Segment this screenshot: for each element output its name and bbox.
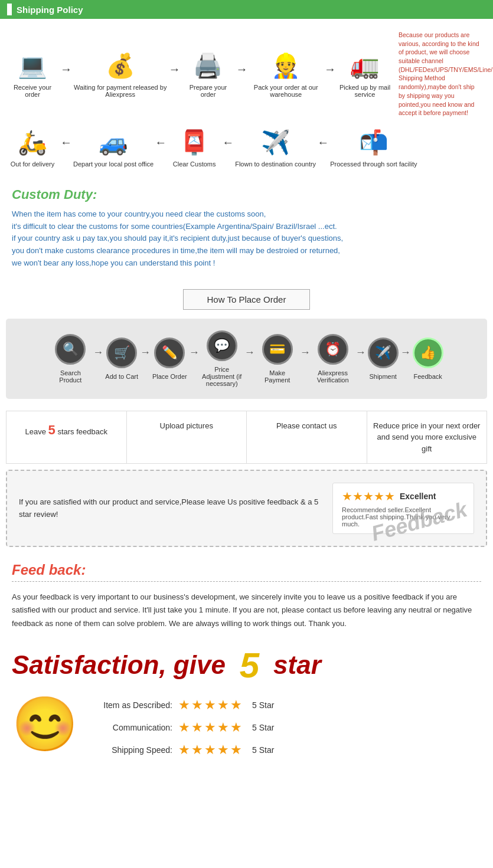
flow-arrow6: ← — [154, 136, 168, 149]
benefit-pictures-text: Upload pictures — [160, 421, 213, 430]
place-step-label: Place Order — [152, 373, 187, 380]
customs-icon: 📮 — [179, 126, 209, 159]
order-arrow6: → — [354, 346, 368, 359]
search-step-label: Search Product — [50, 369, 91, 384]
flow-arrow4: → — [323, 63, 337, 76]
shipping-label: Shipping Speed: — [90, 745, 172, 755]
described-value: 5 Star — [252, 700, 274, 710]
satisfaction-banner: Satisfaction, give 5 star — [0, 639, 493, 692]
communication-stars: ★★★★★ — [178, 720, 243, 735]
order-flow-section: 🔍 Search Product → 🛒 Add to Cart → ✏️ Pl… — [6, 319, 487, 399]
flow-arrow7: ← — [221, 136, 235, 149]
processed-icon: 📬 — [359, 126, 388, 159]
shipping-stars: ★★★★★ — [178, 742, 243, 758]
custom-duty-text: When the item has come to your country,y… — [12, 208, 481, 270]
feedback-circle: 👍 — [413, 338, 443, 368]
depart-icon: 🚙 — [99, 126, 128, 159]
search-circle: 🔍 — [55, 334, 86, 365]
flow-step-pack: 👷 Pack your order at our warehouse — [249, 50, 323, 98]
feedback-card-stars: ★★★★★ — [342, 489, 395, 503]
satisfaction-text1: Satisfaction, give — [12, 650, 226, 680]
feedback-divider — [12, 581, 481, 582]
cart-circle: 🛒 — [106, 338, 137, 368]
rating-row-communication: Communication: ★★★★★ 5 Star — [90, 720, 481, 735]
feedback-card-label: Excellent — [400, 492, 436, 501]
order-arrow3: → — [187, 346, 201, 359]
shipping-value: 5 Star — [252, 745, 274, 755]
benefit-reduce-text: Reduce price in your next order and send… — [373, 421, 480, 453]
order-arrow5: → — [298, 346, 312, 359]
benefit-stars: Leave 5 stars feedback — [6, 411, 127, 464]
feedback-section: Feed back: As your feedback is very impo… — [0, 553, 493, 638]
receive-icon: 💻 — [18, 50, 47, 82]
verification-circle: ⏰ — [318, 334, 348, 365]
flow-step-processed: 📬 Processed through sort facility — [330, 126, 417, 168]
shipment-circle: ✈️ — [368, 338, 399, 368]
delivery-label: Out for delivery — [11, 161, 55, 168]
flow-step-delivery: 🛵 Out for delivery — [6, 126, 59, 168]
flow-arrow1: → — [59, 63, 73, 76]
star-number: 5 — [48, 422, 55, 437]
flow-step-pickup: 🚛 Picked up by mail service — [337, 50, 393, 98]
communication-value: 5 Star — [252, 723, 274, 732]
order-step-payment: 💳 Make Payment — [257, 334, 298, 384]
benefit-pictures: Upload pictures — [127, 411, 247, 464]
described-label: Item as Described: — [90, 700, 172, 710]
flow-step-flown: ✈️ Flown to destination country — [235, 126, 316, 168]
shipping-side-note: Because our products are various, accord… — [393, 28, 487, 120]
cart-step-label: Add to Cart — [105, 373, 138, 380]
processed-label: Processed through sort facility — [330, 161, 417, 168]
order-step-cart: 🛒 Add to Cart — [105, 338, 138, 380]
verification-step-label: Aliexpress Verification — [312, 369, 354, 384]
shipping-policy-title: Shipping Policy — [17, 5, 83, 15]
price-step-label: Price Adjustment (if necessary) — [201, 366, 243, 387]
flow-step-customs: 📮 Clear Customs — [168, 126, 221, 168]
flow-step-waiting: 💰 Waiting for payment released by Aliexp… — [73, 50, 167, 98]
prepare-label: Prepare your order — [181, 84, 234, 98]
feedback-testimonial-box: If you are satisfied with our product an… — [6, 470, 487, 547]
shipping-policy-header: Shipping Policy — [0, 0, 493, 19]
flown-label: Flown to destination country — [235, 161, 316, 168]
pickup-icon: 🚛 — [350, 50, 380, 82]
payment-circle: 💳 — [262, 334, 293, 365]
order-step-price: 💬 Price Adjustment (if necessary) — [201, 330, 243, 387]
flow-arrow3: → — [234, 63, 249, 76]
prepare-icon: 🖨️ — [193, 50, 223, 82]
order-arrow2: → — [138, 346, 152, 359]
communication-label: Communication: — [90, 723, 172, 732]
satisfaction-emoji: 😊 — [12, 697, 78, 751]
benefit-reduce: Reduce price in your next order and send… — [367, 411, 487, 464]
rating-rows: Item as Described: ★★★★★ 5 Star Communic… — [90, 697, 481, 765]
flown-icon: ✈️ — [261, 126, 290, 159]
flow-step-receive: 💻 Receive your order — [6, 50, 59, 98]
benefit-contact-text: Please contact us — [276, 421, 337, 430]
header-bar-icon — [7, 4, 12, 15]
flow-step-prepare: 🖨️ Prepare your order — [181, 50, 234, 98]
order-steps-row: 🔍 Search Product → 🛒 Add to Cart → ✏️ Pl… — [15, 330, 478, 387]
pack-label: Pack your order at our warehouse — [249, 84, 323, 98]
rating-row-shipping: Shipping Speed: ★★★★★ 5 Star — [90, 742, 481, 758]
order-step-feedback: 👍 Feedback — [413, 338, 443, 380]
benefit-contact: Please contact us — [247, 411, 367, 464]
custom-duty-title: Custom Duty: — [12, 187, 481, 202]
flow-step-depart: 🚙 Depart your local post office — [73, 126, 154, 168]
shipping-flow-row1: 💻 Receive your order → 💰 Waiting for pay… — [6, 25, 487, 123]
payment-step-label: Make Payment — [257, 369, 298, 384]
order-arrow4: → — [243, 346, 257, 359]
waiting-icon: 💰 — [106, 50, 135, 82]
place-order-button[interactable]: How To Place Order — [183, 289, 311, 310]
order-step-verification: ⏰ Aliexpress Verification — [312, 334, 354, 384]
feedbacksection-text: As your feedback is very important to ou… — [12, 591, 481, 630]
depart-label: Depart your local post office — [73, 161, 154, 168]
custom-duty-section: Custom Duty: When the item has come to y… — [0, 176, 493, 280]
satisfaction-text2: star — [273, 650, 321, 680]
order-arrow7: → — [399, 346, 413, 359]
place-circle: ✏️ — [154, 338, 185, 368]
pack-icon: 👷 — [271, 50, 301, 82]
order-step-search: 🔍 Search Product — [50, 334, 91, 384]
feedback-step-label: Feedback — [414, 373, 442, 380]
customs-label: Clear Customs — [173, 161, 216, 168]
delivery-icon: 🛵 — [18, 126, 47, 159]
receive-label: Receive your order — [6, 84, 59, 98]
shipment-step-label: Shipment — [369, 373, 396, 380]
